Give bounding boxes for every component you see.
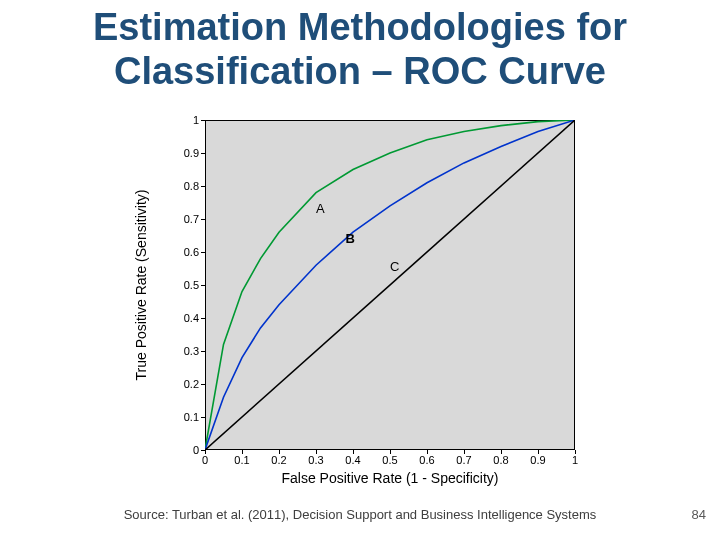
chart-svg xyxy=(205,120,575,450)
y-tick-label: 0.6 xyxy=(149,246,199,258)
series-C xyxy=(205,120,575,450)
x-tick-label: 0.1 xyxy=(227,454,257,466)
x-tick-label: 0.2 xyxy=(264,454,294,466)
x-tick-label: 0.6 xyxy=(412,454,442,466)
y-tick-label: 0.8 xyxy=(149,180,199,192)
roc-chart: True Positive Rate (Sensitivity) False P… xyxy=(145,110,595,500)
y-tick-label: 0.9 xyxy=(149,147,199,159)
y-tick-label: 0.3 xyxy=(149,345,199,357)
slide-title: Estimation Methodologies for Classificat… xyxy=(0,6,720,93)
series-label-C: C xyxy=(390,259,399,274)
series-label-B: B xyxy=(346,231,355,246)
y-tick-label: 0.4 xyxy=(149,312,199,324)
y-tick-label: 0.7 xyxy=(149,213,199,225)
x-tick-label: 1 xyxy=(560,454,590,466)
source-caption: Source: Turban et al. (2011), Decision S… xyxy=(0,507,720,522)
page-number: 84 xyxy=(692,507,706,522)
x-tick-label: 0 xyxy=(190,454,220,466)
x-tick-label: 0.4 xyxy=(338,454,368,466)
y-tick-label: 0.5 xyxy=(149,279,199,291)
x-tick-label: 0.8 xyxy=(486,454,516,466)
x-tick-label: 0.7 xyxy=(449,454,479,466)
y-tick-label: 0.1 xyxy=(149,411,199,423)
x-tick-label: 0.3 xyxy=(301,454,331,466)
x-tick-label: 0.9 xyxy=(523,454,553,466)
y-tick-label: 0.2 xyxy=(149,378,199,390)
y-tick-label: 1 xyxy=(149,114,199,126)
x-tick-label: 0.5 xyxy=(375,454,405,466)
series-label-A: A xyxy=(316,201,325,216)
x-axis-label: False Positive Rate (1 - Specificity) xyxy=(205,470,575,486)
